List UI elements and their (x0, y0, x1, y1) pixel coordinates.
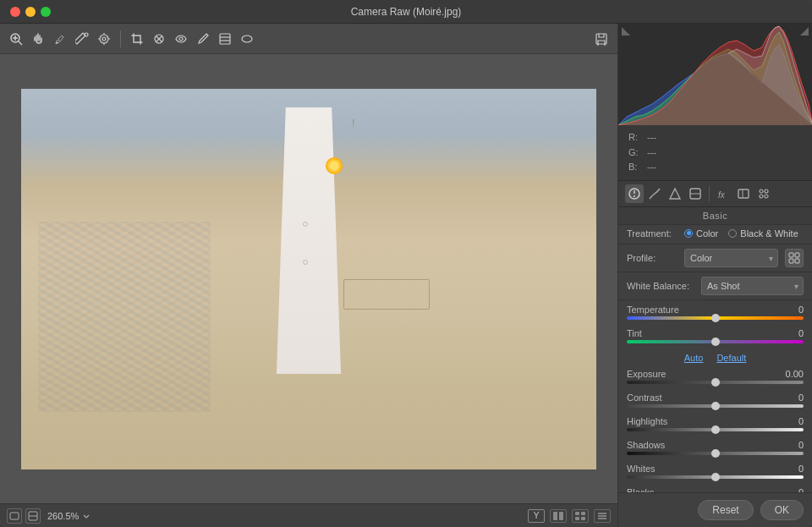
treatment-row: Treatment: Color Black & White (618, 225, 812, 242)
shadows-slider-thumb[interactable] (711, 449, 720, 458)
svg-marker-35 (670, 189, 680, 199)
tab-tone-curve[interactable] (645, 184, 664, 203)
shadows-label: Shadows (627, 440, 665, 450)
exposure-slider-track[interactable] (627, 381, 804, 384)
panel-content[interactable]: Basic Treatment: Color Black & White (618, 207, 812, 492)
highlights-slider-track[interactable] (627, 428, 804, 431)
profile-select[interactable]: Color (684, 249, 778, 267)
highlight-clip-indicator[interactable] (800, 27, 809, 36)
whites-value: 0 (774, 464, 804, 474)
shadow-clip-indicator[interactable] (622, 27, 630, 36)
r-label: R: (628, 130, 640, 145)
svg-line-1 (19, 41, 22, 45)
brush-tool[interactable] (194, 30, 212, 48)
contrast-slider-track[interactable] (627, 404, 804, 408)
svg-rect-22 (553, 512, 557, 520)
zoom-tool[interactable] (7, 30, 25, 48)
profile-label: Profile: (627, 253, 678, 263)
color-sample-tool[interactable] (73, 30, 91, 48)
status-icons (7, 508, 41, 524)
svg-rect-46 (795, 253, 799, 257)
highlights-slider-thumb[interactable] (711, 425, 720, 434)
crop-tool[interactable] (128, 30, 146, 48)
highlights-value: 0 (774, 416, 804, 426)
grid-view-btn[interactable] (572, 509, 589, 523)
whites-control: Whites 0 (618, 461, 812, 485)
redeye-tool[interactable] (172, 30, 190, 48)
svg-rect-24 (575, 512, 579, 515)
exposure-control: Exposure 0.00 (618, 366, 812, 390)
tint-slider-track[interactable] (627, 340, 804, 343)
whites-slider-thumb[interactable] (711, 473, 720, 481)
tab-detail[interactable] (666, 184, 684, 203)
g-label: G: (628, 145, 640, 161)
whites-slider-track[interactable] (627, 475, 804, 479)
bw-radio[interactable]: Black & White (728, 228, 798, 239)
bw-radio-label: Black & White (740, 228, 798, 239)
svg-rect-27 (581, 517, 585, 520)
wb-row: White Balance: As Shot (618, 274, 812, 298)
tab-separator (709, 186, 710, 201)
close-button[interactable] (10, 7, 20, 17)
photo (21, 89, 596, 469)
targeted-adj-tool[interactable] (95, 30, 113, 48)
b-label: B: (628, 160, 640, 175)
wb-select[interactable]: As Shot (701, 277, 804, 295)
b-value: --- (647, 160, 656, 175)
exposure-slider-thumb[interactable] (711, 378, 720, 387)
color-radio-label: Color (696, 228, 718, 239)
profile-row: Profile: Color (618, 246, 812, 270)
zoom-display[interactable]: 260.5% (47, 511, 91, 521)
menu-btn[interactable] (594, 509, 611, 523)
default-button[interactable]: Default (716, 353, 746, 363)
y-button[interactable]: Y (528, 509, 545, 523)
gradfilter-tool[interactable] (216, 30, 234, 48)
tool-separator-1 (120, 30, 121, 47)
reset-button[interactable]: Reset (698, 500, 753, 520)
temp-slider-track[interactable] (627, 316, 804, 320)
tint-label: Tint (627, 328, 642, 338)
contrast-label: Contrast (627, 393, 662, 403)
auto-button[interactable]: Auto (684, 353, 704, 363)
image-canvas (0, 54, 617, 503)
healing-tool[interactable] (150, 30, 168, 48)
ok-button[interactable]: OK (760, 500, 804, 520)
window-title: Camera Raw (Moiré.jpg) (351, 6, 462, 18)
divider-3 (618, 299, 812, 300)
svg-point-5 (85, 33, 88, 36)
minimize-button[interactable] (25, 7, 36, 17)
svg-point-44 (765, 195, 768, 198)
tab-splitstone[interactable]: fx (714, 184, 732, 203)
svg-rect-19 (10, 513, 19, 519)
shadows-slider-track[interactable] (627, 452, 804, 455)
tab-lens[interactable] (734, 184, 753, 203)
tab-hsl[interactable] (686, 184, 705, 203)
tab-calibration[interactable] (754, 184, 773, 203)
bw-radio-dot (728, 229, 737, 238)
maximize-button[interactable] (41, 7, 51, 17)
tint-slider-thumb[interactable] (711, 338, 720, 346)
temp-value: 0 (774, 305, 804, 315)
contrast-slider-thumb[interactable] (711, 402, 720, 410)
svg-rect-39 (738, 189, 749, 198)
profile-grid-button[interactable] (785, 249, 804, 267)
window-controls[interactable] (10, 7, 51, 17)
profile-select-wrapper[interactable]: Color (684, 249, 778, 267)
wb-tool[interactable]: 🖊 (51, 30, 69, 48)
svg-rect-26 (575, 517, 579, 520)
svg-point-13 (179, 37, 183, 41)
auto-default-row: Auto Default (618, 349, 812, 366)
tab-basic[interactable] (625, 184, 644, 203)
svg-rect-14 (220, 34, 230, 44)
tint-control: Tint 0 (618, 326, 812, 349)
temp-slider-thumb[interactable] (711, 314, 720, 322)
radfilter-tool[interactable] (238, 30, 256, 48)
temp-label: Temperature (627, 305, 679, 315)
save-icon[interactable] (592, 30, 611, 48)
compare-btn[interactable] (550, 509, 567, 523)
toolbar-right (592, 30, 611, 48)
color-radio[interactable]: Color (684, 228, 718, 239)
hand-tool[interactable] (29, 30, 47, 48)
wb-select-wrapper[interactable]: As Shot (701, 277, 804, 295)
status-icon-1 (7, 508, 22, 524)
